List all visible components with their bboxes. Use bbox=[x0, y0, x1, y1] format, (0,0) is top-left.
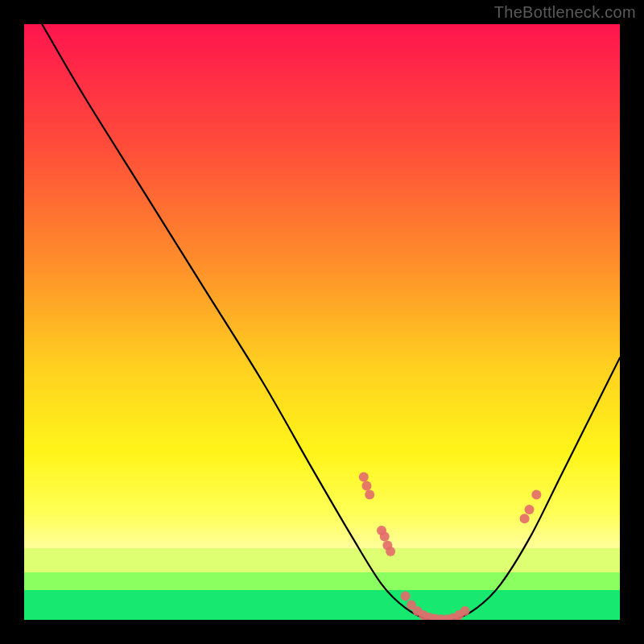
data-marker bbox=[401, 591, 411, 601]
chart-stage: TheBottleneck.com bbox=[0, 0, 644, 644]
data-marker bbox=[365, 490, 374, 500]
data-marker bbox=[525, 505, 535, 514]
watermark-text: TheBottleneck.com bbox=[494, 3, 636, 22]
plot-area bbox=[24, 24, 620, 620]
data-marker bbox=[386, 547, 395, 556]
data-marker bbox=[380, 531, 390, 541]
bottleneck-curve bbox=[42, 24, 620, 620]
data-marker bbox=[359, 472, 369, 481]
data-marker bbox=[520, 514, 530, 523]
curve-layer bbox=[24, 24, 620, 620]
data-marker bbox=[531, 490, 541, 500]
data-marker bbox=[362, 481, 372, 491]
data-marker bbox=[460, 606, 470, 616]
